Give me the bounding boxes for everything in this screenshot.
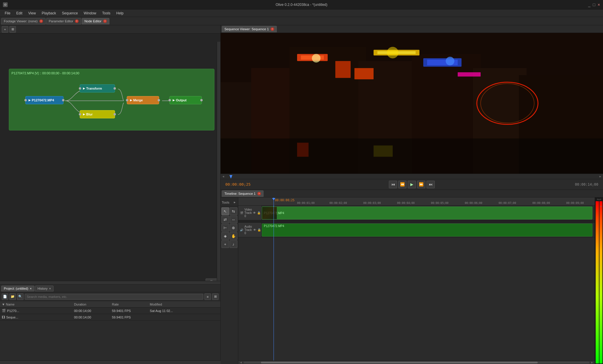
tab-parameter-editor-close[interactable]: ×	[75, 19, 79, 23]
step-forward-button[interactable]: ⏩	[417, 181, 425, 188]
hscroll-thumb[interactable]	[261, 362, 538, 363]
track-lock-icon[interactable]: 🔒	[257, 211, 261, 214]
step-back-button[interactable]: ⏪	[398, 181, 407, 188]
tool-pointer[interactable]: ↖	[221, 207, 229, 215]
node-add-button[interactable]: +	[2, 26, 8, 33]
tab-history[interactable]: History ×	[35, 286, 54, 291]
tool-add[interactable]: +	[221, 240, 229, 248]
tab-history-label: History	[38, 287, 48, 290]
close-button[interactable]: ×	[598, 2, 600, 7]
cell-rate-2: 59.9401 FPS	[110, 316, 148, 319]
node-transform[interactable]: ▶ Transform	[80, 84, 115, 93]
viewer-controls: 00:00:00;25 ⏮ ⏪ ▶ ⏩ ⏭ 00:00:14;00	[221, 179, 603, 189]
hscroll-left[interactable]: ◄	[239, 361, 242, 364]
col-duration[interactable]: Duration	[72, 303, 110, 306]
menu-playback[interactable]: Playback	[39, 11, 59, 16]
tool-in-out[interactable]: ⊢	[221, 224, 229, 232]
node-hscroll[interactable]	[0, 281, 220, 284]
audio-clip-0[interactable]: P1270472.MP4	[262, 224, 592, 236]
col-modified[interactable]: Modified	[148, 303, 220, 306]
audio-meter: Aud ►	[595, 197, 603, 364]
tool-slip[interactable]: ↔	[230, 216, 237, 223]
tool-audio[interactable]: ♪	[230, 240, 237, 248]
tab-footage-viewer[interactable]: Footage Viewer: (none) ×	[1, 18, 46, 24]
minimize-button[interactable]: _	[588, 2, 591, 7]
viewer-timecode-total: 00:00:14;00	[575, 182, 598, 187]
tab-sequence-viewer[interactable]: Sequence Viewer: Sequence 1 ×	[222, 26, 277, 32]
clip-thumbnail	[262, 207, 277, 219]
track-audio-lock-icon[interactable]: 🔒	[257, 228, 261, 232]
menu-file[interactable]: File	[2, 11, 13, 16]
node-vscroll[interactable]	[217, 42, 220, 281]
project-new-folder[interactable]: 📁	[9, 293, 16, 300]
ruler-right-arrow[interactable]: ►	[599, 175, 602, 178]
row2-icon: 🎞	[2, 316, 5, 319]
tab-project[interactable]: Project: (untitled) ×	[1, 286, 34, 291]
tab-node-editor[interactable]: Node Editor ×	[82, 18, 109, 24]
tab-node-editor-close[interactable]: ×	[103, 19, 107, 23]
menu-edit[interactable]: Edit	[14, 11, 25, 16]
ruler-left-arrow[interactable]: ◄	[222, 175, 225, 178]
node-output[interactable]: ▶ Output	[169, 96, 202, 104]
tab-bar: Footage Viewer: (none) × Parameter Edito…	[0, 17, 603, 25]
node-blur-label: Blur	[86, 113, 93, 116]
cell-rate-1: 59.9401 FPS	[110, 309, 148, 313]
play-button[interactable]: ▶	[408, 181, 416, 188]
menu-window[interactable]: Window	[81, 11, 99, 16]
tools-row-2: ⇄ ↔	[221, 216, 237, 223]
tools-row-5: + ♪	[221, 240, 237, 248]
tool-marker[interactable]: ◈	[221, 232, 229, 240]
project-search-btn[interactable]: 🔍	[17, 293, 24, 300]
project-new-file[interactable]: 📄	[2, 293, 8, 300]
tab-project-label: Project: (untitled)	[4, 287, 28, 290]
hscroll-track[interactable]	[244, 362, 589, 363]
node-media[interactable]: ▶ P1270472.MP4	[25, 96, 64, 104]
track-audio-eye-icon[interactable]: 👁	[253, 228, 256, 232]
col-name[interactable]: ▼ Name	[0, 303, 72, 306]
node-canvas[interactable]: P1270472.MP4 [V] :: 00:00:00;00 - 00:00:…	[0, 33, 220, 284]
meter-expand[interactable]: ►	[600, 205, 602, 208]
project-search-input[interactable]	[25, 294, 203, 300]
tab-history-close[interactable]: ×	[49, 287, 51, 290]
hscroll-right[interactable]: ►	[591, 361, 594, 364]
node-grid-button[interactable]: ⊞	[9, 26, 16, 33]
skip-start-button[interactable]: ⏮	[389, 181, 397, 188]
tab-timeline-close[interactable]: ×	[257, 192, 261, 195]
node-group: P1270472.MP4 [V] :: 00:00:00;00 - 00:00:…	[9, 69, 214, 130]
timeline-ruler[interactable]: 00:00:00;25 00:00:01;00 00:00:02;00 00:0…	[238, 197, 595, 206]
menu-tools[interactable]: Tools	[100, 11, 113, 16]
table-row[interactable]: 🎬 P1270... 00:00:14;00 59.9401 FPS Sat A…	[0, 308, 220, 314]
tools-expand-button[interactable]: ►	[233, 200, 237, 204]
track-audio-0-content[interactable]: P1270472.MP4	[262, 223, 595, 237]
tool-hand[interactable]: ✋	[230, 232, 237, 240]
maximize-button[interactable]: □	[593, 2, 595, 7]
window-controls: _ □ ×	[588, 2, 600, 7]
track-video-0-content[interactable]: P1270472.MP4	[262, 206, 595, 220]
video-clip-0[interactable]: P1270472.MP4	[262, 207, 592, 219]
menu-help[interactable]: Help	[114, 11, 126, 16]
node-merge[interactable]: ▶ Merge	[127, 96, 159, 104]
menu-view[interactable]: View	[26, 11, 38, 16]
tool-zoom[interactable]: ⊕	[230, 224, 237, 232]
tool-rolling[interactable]: ⇄	[221, 216, 229, 223]
timeline-tracks: 🎬 Video Track 0 👁 🔒 P1270472.MP4	[238, 206, 595, 360]
viewer-ruler[interactable]: ◄ ►	[221, 174, 603, 179]
tab-sequence-viewer-close[interactable]: ×	[271, 27, 274, 31]
tab-footage-viewer-close[interactable]: ×	[39, 19, 43, 23]
track-eye-icon[interactable]: 👁	[253, 211, 256, 214]
meter-bar-r	[599, 201, 603, 363]
tab-parameter-editor[interactable]: Parameter Editor ×	[46, 18, 81, 24]
row1-icon: 🎬	[2, 309, 6, 313]
tab-timeline[interactable]: Timeline: Sequence 1 ×	[222, 190, 264, 197]
node-blur[interactable]: ▶ Blur	[80, 110, 115, 118]
skip-end-button[interactable]: ⏭	[427, 181, 435, 188]
node-output-port-right	[200, 99, 203, 101]
menu-sequence[interactable]: Sequence	[60, 11, 80, 16]
col-rate[interactable]: Rate	[110, 303, 148, 306]
table-row[interactable]: 🎞 Seque... 00:00:14;00 59.9401 FPS	[0, 314, 220, 321]
timeline-hscroll[interactable]: ◄ ►	[238, 360, 595, 364]
project-icon-view[interactable]: ⊞	[212, 293, 219, 300]
project-list-view[interactable]: ≡	[204, 293, 211, 300]
tab-project-close[interactable]: ×	[30, 287, 31, 290]
tool-ripple[interactable]: ⇆	[230, 207, 237, 215]
